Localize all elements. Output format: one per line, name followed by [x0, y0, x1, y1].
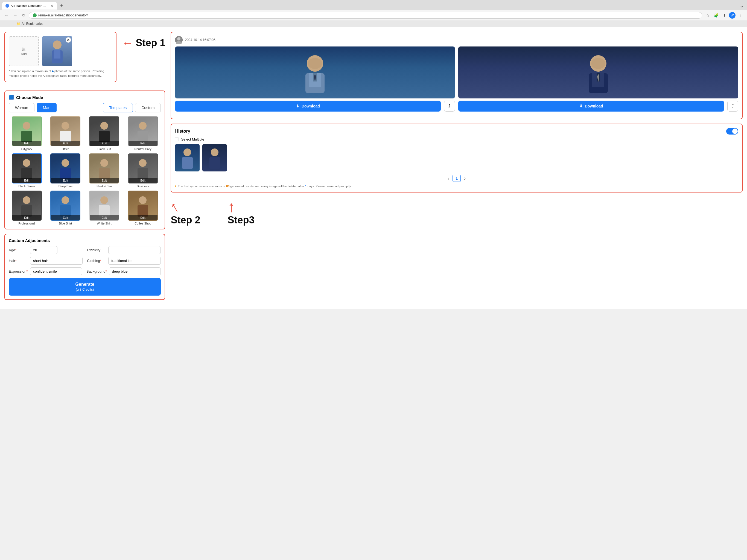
templates-tab[interactable]: Templates	[103, 103, 133, 112]
template-neutraltan[interactable]: Edit Neutral Tan	[86, 153, 122, 188]
svg-point-28	[177, 37, 180, 41]
ethnicity-input[interactable]	[108, 246, 161, 254]
age-label: Age*	[9, 248, 28, 252]
tab-close-button[interactable]: ✕	[50, 4, 54, 8]
template-thumb-professional: Edit	[12, 190, 42, 221]
history-note-text: The history can save a maximum of 80 gen…	[178, 184, 351, 188]
template-coffeeshop[interactable]: Edit Coffee Shop	[125, 190, 161, 225]
template-blackblazer[interactable]: Edit Black Blazer	[9, 153, 45, 188]
custom-tab[interactable]: Custom	[135, 103, 161, 112]
template-deepblue[interactable]: Edit Deep Blue	[48, 153, 84, 188]
info-icon: ℹ	[175, 184, 176, 188]
days: 1	[305, 184, 307, 188]
svg-rect-4	[21, 131, 32, 142]
template-blueshirt[interactable]: Edit Blue Shirt	[48, 190, 84, 225]
template-name-blackblazer: Black Blazer	[18, 184, 35, 188]
generate-label: Generate	[75, 282, 94, 286]
background-input[interactable]	[109, 268, 161, 275]
step3-label: Step3	[228, 214, 255, 226]
form-row-age: Age* Ethnicity	[9, 246, 161, 254]
svg-rect-14	[60, 168, 71, 179]
photo-close-button[interactable]: ✕	[66, 37, 71, 43]
edit-badge-whiteshirt: Edit	[90, 215, 119, 220]
man-tab[interactable]: Man	[36, 103, 57, 112]
select-multiple-label: Select Multiple	[181, 137, 204, 142]
edit-badge-neutralgrey: Edit	[129, 141, 157, 146]
svg-rect-2	[54, 50, 60, 58]
result-image-2	[458, 47, 738, 98]
next-page-button[interactable]: ›	[464, 176, 466, 181]
person-silhouette	[49, 39, 66, 63]
history-item-1[interactable]	[175, 144, 200, 172]
result-image-2-wrap: ⬇ Download ⤴	[458, 47, 738, 111]
template-citypark[interactable]: Edit Citypark	[9, 116, 45, 151]
step3-area: ↑ Step3	[228, 201, 255, 226]
page-content: 🖼 Add ✕	[0, 27, 747, 309]
template-thumb-coffeeshop: Edit	[128, 190, 158, 221]
max-results: 80	[226, 184, 229, 188]
template-whiteshirt[interactable]: Edit White Shirt	[86, 190, 122, 225]
woman-tab[interactable]: Woman	[9, 103, 34, 112]
url-text: remaker.ai/ai-headshot-generator/	[38, 14, 698, 17]
prev-page-button[interactable]: ‹	[447, 176, 449, 181]
template-name-neutraltan: Neutral Tan	[97, 184, 112, 188]
tab-favicon	[5, 4, 9, 8]
result-date-row: 2024-10-14 16:07:05	[175, 36, 738, 44]
svg-point-42	[183, 149, 191, 156]
extension-button[interactable]: 🧩	[712, 12, 720, 19]
share-button-2[interactable]: ⤴	[727, 101, 738, 111]
template-thumb-office: Edit	[50, 116, 80, 146]
svg-point-13	[61, 159, 69, 167]
edit-badge-deepblue: Edit	[51, 178, 80, 183]
download-label-1: Download	[302, 104, 320, 108]
expression-input[interactable]	[30, 268, 82, 275]
page-number: 1	[453, 175, 461, 182]
age-input[interactable]	[30, 246, 57, 254]
download-icon-1: ⬇	[296, 104, 300, 108]
navigation-bar: ← → ↻ remaker.ai/ai-headshot-generator/ …	[0, 10, 747, 21]
bookmark-button[interactable]: ☆	[704, 12, 711, 19]
menu-button[interactable]: ⋮	[737, 12, 744, 19]
result-images-row: ⬇ Download ⤴	[175, 47, 738, 111]
tab-list-button[interactable]: ⌄	[739, 2, 745, 10]
profile-button[interactable]: W	[729, 12, 736, 19]
forward-button[interactable]: →	[12, 12, 19, 19]
download-button-2[interactable]: ⬇ Download	[458, 101, 724, 111]
svg-rect-22	[60, 205, 71, 217]
template-thumb-blueshirt: Edit	[50, 190, 80, 221]
mode-section: 🟦 Choose Mode Woman Man Templates Custom…	[4, 91, 165, 229]
svg-point-11	[23, 159, 30, 167]
template-office[interactable]: Edit Office	[48, 116, 84, 151]
address-bar[interactable]: remaker.ai/ai-headshot-generator/	[29, 12, 702, 19]
template-blacksuit[interactable]: Edit Black Suit	[86, 116, 122, 151]
svg-point-15	[100, 159, 108, 167]
template-business[interactable]: Edit Business	[125, 153, 161, 188]
generate-button[interactable]: Generate (≥ 8 Credits)	[9, 278, 161, 296]
share-icon-1: ⤴	[448, 104, 450, 108]
browser-tab[interactable]: AI Headshot Generator: Get p ✕	[2, 2, 57, 9]
ethnicity-label: Ethnicity	[87, 248, 106, 252]
select-multiple-checkbox[interactable]	[175, 137, 179, 142]
history-item-2[interactable]	[202, 144, 227, 172]
clothing-input[interactable]	[108, 257, 161, 265]
refresh-button[interactable]: ↻	[21, 11, 27, 19]
history-toggle[interactable]	[726, 128, 738, 134]
download-nav-button[interactable]: ⬇	[721, 12, 728, 19]
template-thumb-neutralgrey: Edit	[128, 116, 158, 146]
add-photo-button[interactable]: 🖼 Add	[9, 36, 39, 66]
hair-input[interactable]	[30, 257, 83, 265]
svg-point-31	[308, 58, 322, 69]
template-professional[interactable]: Edit Professional	[9, 190, 45, 225]
back-button[interactable]: ←	[3, 12, 10, 19]
history-title: History	[175, 129, 190, 134]
download-button-1[interactable]: ⬇ Download	[175, 101, 441, 111]
age-group: Age*	[9, 246, 83, 254]
toggle-knob	[732, 128, 738, 134]
expression-label: Expression*	[9, 269, 28, 274]
share-button-1[interactable]: ⤴	[444, 101, 455, 111]
new-tab-button[interactable]: +	[58, 2, 66, 9]
template-neutralgrey[interactable]: Edit Neutral Grey	[125, 116, 161, 151]
svg-point-21	[61, 196, 69, 204]
edit-badge-blacksuit: Edit	[90, 141, 119, 146]
edit-badge-professional: Edit	[12, 215, 41, 220]
